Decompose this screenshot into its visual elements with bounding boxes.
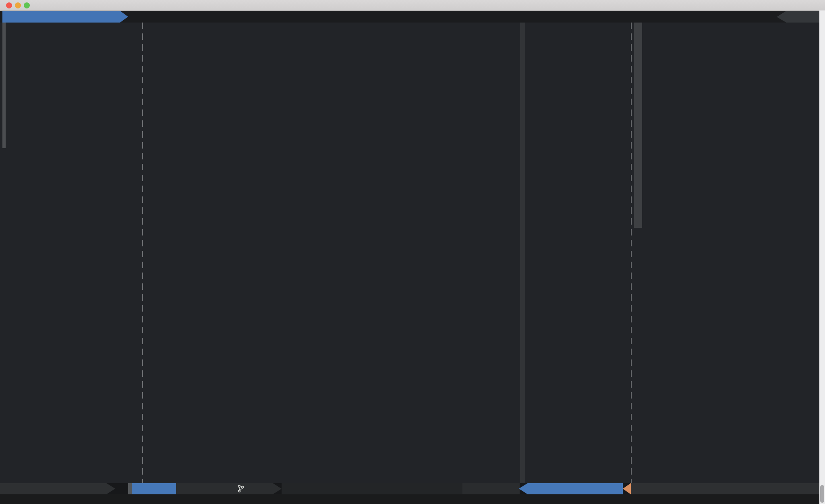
- statusline-position-segment: [519, 483, 623, 494]
- powerline-arrow-icon: [273, 483, 282, 494]
- git-branch-icon: [237, 485, 245, 493]
- buffers-label[interactable]: [786, 11, 820, 23]
- tab-bar: [0, 11, 825, 23]
- command-line[interactable]: [0, 494, 825, 504]
- color-column: [520, 23, 525, 483]
- statusline: [0, 483, 825, 494]
- window-title: [0, 0, 825, 10]
- orange-arrow-icon: [623, 483, 631, 494]
- titlebar: [0, 0, 825, 11]
- statusline-tagbar-segment: [631, 483, 819, 494]
- buffers-wedge-icon: [777, 11, 786, 23]
- statusline-divider: [128, 483, 132, 494]
- os-scrollbar-track[interactable]: [819, 10, 825, 504]
- window-separator-right[interactable]: [631, 23, 632, 483]
- editor-workspace: [0, 23, 825, 483]
- statusline-encoding-segment: [462, 483, 520, 494]
- os-scrollbar-thumb[interactable]: [820, 485, 824, 503]
- statusline-git-segment: [176, 483, 273, 494]
- statusline-file-segment: [282, 483, 462, 494]
- mode-indicator: [132, 483, 176, 494]
- statusline-nerdtree-segment: [0, 483, 106, 494]
- powerline-arrow-icon: [106, 483, 115, 494]
- tagbar-scrollbar[interactable]: [634, 23, 642, 228]
- macvim-window: [0, 0, 825, 504]
- tab-train-retr-from-cls[interactable]: [2, 11, 128, 23]
- nerdtree-scrollbar[interactable]: [2, 23, 6, 148]
- window-separator-left[interactable]: [142, 23, 143, 483]
